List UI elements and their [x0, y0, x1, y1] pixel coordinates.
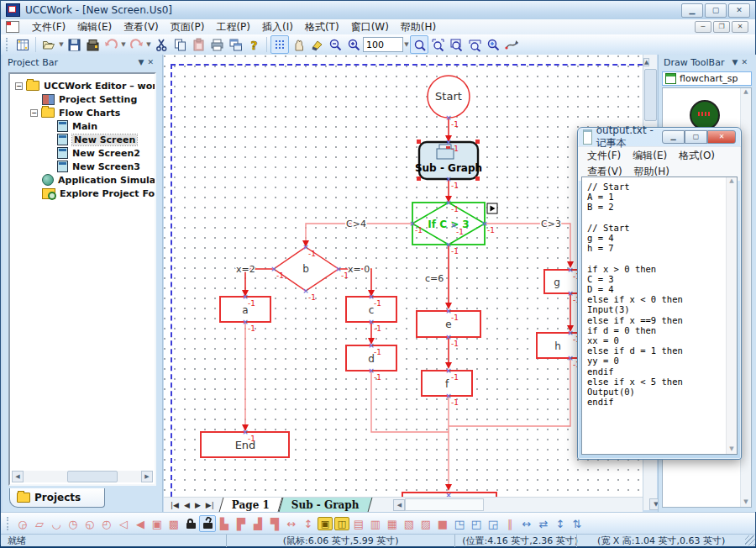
space-across-icon[interactable]: ↔ — [518, 515, 535, 532]
notepad-menu-format[interactable]: 格式(O) — [673, 148, 721, 164]
fit-size-icon[interactable]: ▧ — [401, 515, 417, 532]
menu-project[interactable]: 工程(P) — [210, 19, 256, 35]
align-bottom-icon[interactable]: ▟ — [249, 515, 266, 532]
new-screen-icon[interactable] — [13, 35, 32, 54]
tree-horizontal-scrollbar[interactable]: ◀ ▶ — [12, 471, 153, 482]
notepad-minimize-button[interactable]: ▁ — [662, 130, 685, 144]
tree-item-new-screen[interactable]: New Screen — [10, 133, 155, 146]
bring-forward-icon[interactable]: ◲ — [485, 515, 501, 532]
space-equal-h-icon[interactable]: ⇄ — [535, 515, 552, 532]
notepad-menu-file[interactable]: 文件(F) — [581, 148, 627, 164]
edit-vertices-icon[interactable]: ▱ — [31, 515, 48, 532]
undo-dropdown-icon[interactable]: ▼ — [120, 41, 127, 48]
maximize-button[interactable]: ▢ — [705, 3, 727, 18]
rotate-left-icon[interactable]: ◵ — [81, 515, 98, 532]
tree-item-root[interactable]: − UCCWork Editor – worksa — [10, 79, 155, 92]
tab-page-1[interactable]: Page 1 — [218, 498, 282, 512]
panel-close-icon[interactable]: ✕ — [741, 58, 751, 66]
unlock-icon[interactable] — [199, 515, 216, 532]
paste-icon[interactable] — [189, 35, 207, 54]
distribute-icon[interactable]: ▥ — [367, 515, 384, 532]
menu-window[interactable]: 窗口(W) — [345, 19, 395, 35]
node-start[interactable]: Start — [428, 76, 470, 118]
panel-close-icon[interactable]: ✕ — [147, 58, 157, 66]
fit-page-icon[interactable] — [447, 35, 465, 54]
align-top-icon[interactable]: ▛ — [233, 515, 249, 532]
tree-item-project-setting[interactable]: Project Setting — [10, 92, 155, 106]
scroll-up-icon[interactable]: ▲ — [643, 58, 649, 66]
close-button[interactable]: ✕ — [728, 3, 750, 18]
same-width-icon[interactable]: ↔ — [283, 515, 300, 532]
notepad-maximize-button[interactable]: ▢ — [685, 130, 707, 144]
collapse-icon[interactable]: − — [15, 82, 23, 90]
panel-menu-icon[interactable]: ▼ — [732, 58, 742, 66]
scroll-left-icon[interactable]: ◀ — [12, 471, 24, 482]
toolbar-grip[interactable] — [6, 38, 10, 51]
scroll-left-icon[interactable]: ◀ — [393, 499, 405, 511]
fit-selection-icon[interactable] — [428, 35, 447, 54]
tree-item-new-screen2[interactable]: New Screen2 — [10, 146, 155, 160]
menu-file[interactable]: 文件(F) — [26, 19, 71, 35]
zoom-dropdown-icon[interactable]: ▼ — [403, 41, 410, 48]
center-vertical-icon[interactable]: ◫ — [334, 517, 349, 530]
help-icon[interactable]: ? — [244, 35, 263, 54]
notepad-text-area[interactable]: // Start A = 1 B = 2 // Start g = 4 h = … — [581, 177, 738, 455]
stencil-set-item[interactable]: flowchart_sp — [662, 71, 752, 86]
tree-item-explore-project-folder[interactable]: Explore Project Folder — [10, 187, 155, 200]
notepad-title-bar[interactable]: output.txt - 记事本 ▁ ▢ ✕ — [578, 128, 741, 146]
menu-view[interactable]: 查看(V) — [118, 19, 165, 35]
save-project-icon[interactable] — [83, 35, 102, 54]
connector-style-icon[interactable] — [502, 35, 521, 54]
next-page-icon[interactable]: ▶ — [195, 501, 201, 509]
same-height-icon[interactable]: ↕ — [300, 515, 317, 532]
mdi-restore-button[interactable]: ❐ — [713, 21, 730, 33]
space-down-icon[interactable]: ↕ — [552, 515, 569, 532]
zoom-in-icon[interactable] — [344, 35, 363, 54]
mirror-icon[interactable]: ◀ — [132, 515, 149, 532]
flowchart-edges[interactable] — [242, 118, 574, 491]
tree-item-new-screen3[interactable]: New Screen3 — [10, 160, 155, 173]
notepad-menu-edit[interactable]: 编辑(E) — [627, 148, 673, 164]
zoom-region-icon[interactable] — [410, 35, 428, 54]
snap-icon[interactable] — [307, 35, 326, 54]
cut-icon[interactable] — [152, 35, 171, 54]
stencil-start-shape[interactable] — [690, 100, 720, 130]
toolbar-grip[interactable] — [7, 517, 11, 530]
hatch-style-icon[interactable]: ∥ — [501, 515, 518, 532]
pan-hand-icon[interactable] — [289, 35, 307, 54]
first-page-icon[interactable]: |◀ — [171, 501, 179, 509]
zoom-level-input[interactable] — [363, 37, 403, 52]
order-back-icon[interactable]: ◰ — [468, 515, 485, 532]
save-icon[interactable] — [65, 35, 83, 54]
tab-sub-graph[interactable]: Sub - Graph — [278, 498, 371, 512]
flip-vertical-icon[interactable]: ◡ — [48, 515, 65, 532]
notepad-scrollbar[interactable]: ▲▼ — [726, 177, 737, 454]
resize-grip[interactable] — [745, 535, 755, 545]
nudge-icon[interactable]: ▨ — [417, 515, 434, 532]
rotate-right-icon[interactable]: ◴ — [98, 515, 115, 532]
grid-toggle-icon[interactable] — [270, 35, 289, 54]
menu-help[interactable]: 帮助(H) — [395, 19, 442, 35]
tree-item-application-simulate[interactable]: Application Simulate — [10, 173, 155, 187]
minimize-button[interactable]: ▁ — [681, 3, 703, 18]
panel-menu-icon[interactable]: ▼ — [139, 58, 148, 66]
redo-dropdown-icon[interactable]: ▼ — [145, 41, 152, 48]
rotate-any-icon[interactable]: ◷ — [65, 515, 81, 532]
node-b[interactable]: b — [274, 247, 339, 291]
ungroup-icon[interactable]: ▩ — [165, 515, 182, 532]
scrollbar-thumb[interactable] — [67, 471, 118, 482]
center-horizontal-icon[interactable]: ▣ — [318, 517, 333, 530]
zoom-out-icon[interactable] — [326, 35, 344, 54]
scrollbar-thumb[interactable] — [644, 69, 657, 121]
open-dropdown-icon[interactable]: ▼ — [58, 41, 65, 48]
menu-edit[interactable]: 编辑(E) — [71, 19, 118, 35]
align-left-icon[interactable]: ▙ — [216, 515, 233, 532]
zoom-dynamic-icon[interactable] — [484, 35, 502, 54]
rotate-free-icon[interactable]: ◶ — [14, 515, 31, 532]
cascade-windows-icon[interactable] — [226, 35, 244, 54]
lock-icon[interactable] — [182, 515, 199, 532]
tree-item-main[interactable]: Main — [10, 119, 155, 133]
menu-format[interactable]: 格式(T) — [299, 19, 345, 35]
notepad-content[interactable]: // Start A = 1 B = 2 // Start g = 4 h = … — [582, 177, 737, 407]
collapse-icon[interactable]: − — [30, 109, 38, 117]
